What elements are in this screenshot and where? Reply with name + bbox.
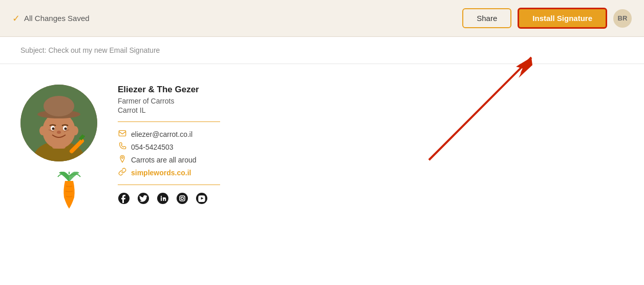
svg-point-5 bbox=[44, 96, 74, 116]
svg-point-23 bbox=[184, 196, 185, 197]
twitter-icon[interactable] bbox=[137, 192, 149, 208]
svg-point-24 bbox=[196, 193, 207, 204]
address-value: Carrots are all aroud bbox=[131, 156, 197, 164]
email-value: eliezer@carrot.co.il bbox=[131, 130, 192, 138]
user-avatar: BR bbox=[613, 9, 632, 28]
sig-divider-bottom bbox=[118, 185, 220, 185]
sig-location: Carrot IL bbox=[118, 106, 624, 114]
left-column bbox=[20, 79, 118, 213]
phone-icon bbox=[118, 142, 127, 152]
email-icon bbox=[118, 129, 127, 139]
signature-area: Eliezer & The Gezer Farmer of Carrots Ca… bbox=[0, 64, 644, 228]
saved-status: All Changes Saved bbox=[24, 14, 90, 23]
signature-info: Eliezer & The Gezer Farmer of Carrots Ca… bbox=[118, 79, 624, 213]
sig-title: Farmer of Carrots bbox=[118, 97, 624, 105]
header-left: ✓ All Changes Saved bbox=[12, 13, 90, 24]
header-right: Share Install Signature BR bbox=[462, 8, 632, 29]
svg-point-11 bbox=[65, 128, 67, 130]
svg-rect-15 bbox=[119, 131, 125, 136]
svg-point-16 bbox=[121, 157, 123, 158]
location-icon bbox=[118, 155, 127, 165]
checkmark-icon: ✓ bbox=[12, 13, 20, 24]
phone-value: 054-5424503 bbox=[131, 143, 174, 151]
website-link[interactable]: simplewords.co.il bbox=[131, 169, 191, 177]
linkedin-icon[interactable] bbox=[157, 192, 169, 208]
install-signature-button[interactable]: Install Signature bbox=[518, 8, 607, 29]
sig-divider-top bbox=[118, 121, 220, 122]
social-icons bbox=[118, 192, 624, 208]
contact-email-row: eliezer@carrot.co.il bbox=[118, 129, 624, 139]
svg-point-12 bbox=[57, 131, 61, 134]
svg-point-20 bbox=[177, 193, 188, 204]
subject-text: Subject: Check out my new Email Signatur… bbox=[20, 46, 160, 54]
contact-website-row: simplewords.co.il bbox=[118, 168, 624, 177]
svg-point-13 bbox=[39, 126, 46, 135]
contact-phone-row: 054-5424503 bbox=[118, 142, 624, 152]
svg-point-14 bbox=[72, 126, 78, 135]
youtube-icon[interactable] bbox=[196, 192, 208, 208]
sig-name: Eliezer & The Gezer bbox=[118, 85, 624, 95]
link-icon bbox=[118, 168, 127, 177]
share-button[interactable]: Share bbox=[462, 8, 511, 28]
profile-photo bbox=[20, 85, 97, 161]
contact-address-row: Carrots are all aroud bbox=[118, 155, 624, 165]
subject-bar: Subject: Check out my new Email Signatur… bbox=[0, 37, 644, 64]
carrot-logo bbox=[31, 172, 108, 213]
main-content: Subject: Check out my new Email Signatur… bbox=[0, 37, 644, 285]
facebook-icon[interactable] bbox=[118, 192, 130, 208]
instagram-icon[interactable] bbox=[176, 192, 188, 208]
header: ✓ All Changes Saved Share Install Signat… bbox=[0, 0, 644, 37]
svg-point-10 bbox=[52, 128, 55, 130]
svg-point-19 bbox=[157, 193, 168, 204]
